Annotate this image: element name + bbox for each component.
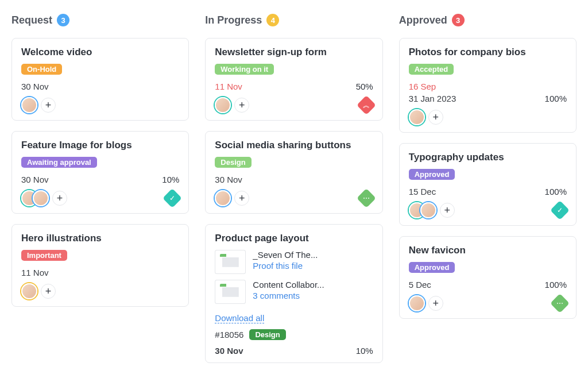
- kanban-card[interactable]: Social media sharing buttonsDesign30 Nov…: [205, 131, 382, 214]
- assignee-avatars: +: [215, 97, 249, 113]
- status-tag: Design: [249, 329, 285, 340]
- kanban-card[interactable]: Typography updatesApproved15 Dec100%+✓: [399, 143, 577, 226]
- kanban-column: Request3Welcome videoOn-Hold30 Nov+Featu…: [11, 14, 189, 373]
- card-title: Product page layout: [215, 233, 373, 244]
- assignee-avatars: +: [21, 283, 56, 299]
- card-date: 5 Dec: [409, 280, 431, 290]
- card-date: 11 Nov: [215, 82, 242, 91]
- kanban-column: Approved3Photos for company biosAccepted…: [399, 14, 577, 373]
- status-tag: Accepted: [409, 64, 454, 75]
- status-tag: Design: [215, 157, 251, 168]
- attachment-thumb[interactable]: [215, 280, 246, 304]
- card-date: 11 Nov: [21, 268, 49, 277]
- status-tag: On-Hold: [21, 64, 62, 75]
- card-date: 30 Nov: [21, 175, 49, 184]
- kanban-card[interactable]: Photos for company biosAccepted16 Sep31 …: [399, 38, 577, 133]
- add-assignee-button[interactable]: +: [234, 98, 249, 113]
- card-date: 30 Nov: [215, 346, 243, 356]
- card-date: 30 Nov: [215, 175, 242, 184]
- card-date: 15 Dec: [409, 187, 436, 196]
- kanban-card[interactable]: Product page layout_Seven Of The...Proof…: [205, 224, 382, 363]
- card-title: Newsletter sign-up form: [215, 47, 373, 58]
- column-header: In Progress4: [205, 14, 382, 26]
- kanban-column: In Progress4Newsletter sign-up formWorki…: [205, 14, 382, 373]
- priority-icon: ⋯: [550, 294, 570, 313]
- kanban-card[interactable]: Feature Image for blogsAwaiting approval…: [11, 131, 189, 214]
- card-percent: 10%: [162, 175, 179, 184]
- assignee-avatars: +: [409, 109, 443, 125]
- attachment-action-link[interactable]: 3 comments: [253, 291, 324, 300]
- status-tag: Approved: [409, 262, 455, 273]
- card-percent: 50%: [356, 82, 373, 91]
- assignee-avatars: +: [21, 190, 67, 206]
- card-title: Typography updates: [409, 152, 567, 163]
- card-title: Feature Image for blogs: [21, 140, 179, 151]
- add-assignee-button[interactable]: +: [41, 284, 56, 299]
- card-title: Hero illustrations: [21, 233, 179, 244]
- column-header: Approved3: [399, 14, 577, 26]
- avatar[interactable]: [33, 190, 49, 206]
- card-id: #18056: [215, 330, 243, 340]
- assignee-avatars: +: [409, 202, 455, 218]
- avatar[interactable]: [409, 109, 425, 125]
- status-tag: Working on it: [215, 64, 274, 75]
- avatar[interactable]: [21, 283, 37, 299]
- attachment-action-link[interactable]: Proof this file: [253, 261, 318, 271]
- column-title: Approved: [399, 14, 447, 26]
- card-title: Social media sharing buttons: [215, 140, 373, 151]
- avatar[interactable]: [409, 295, 425, 311]
- kanban-card[interactable]: New faviconApproved5 Dec100%+⋯: [399, 236, 577, 319]
- column-count-badge: 3: [57, 14, 69, 26]
- avatar[interactable]: [215, 190, 231, 206]
- card-percent: 100%: [545, 280, 567, 290]
- status-tag: Approved: [409, 169, 455, 180]
- assignee-avatars: +: [21, 97, 56, 113]
- download-all-link[interactable]: Download all: [215, 313, 264, 323]
- card-date: 30 Nov: [21, 82, 49, 91]
- card-percent: 100%: [545, 187, 567, 196]
- card-date-secondary: 31 Jan 2023: [409, 94, 457, 103]
- attachment: Content Collabor...3 comments: [215, 280, 373, 304]
- kanban-card[interactable]: Newsletter sign-up formWorking on it11 N…: [205, 38, 382, 121]
- add-assignee-button[interactable]: +: [428, 296, 443, 311]
- status-tag: Awaiting approval: [21, 157, 97, 168]
- attachment-name: Content Collabor...: [253, 280, 324, 290]
- priority-icon: ⋯: [357, 188, 376, 208]
- column-title: Request: [11, 14, 52, 26]
- avatar[interactable]: [420, 202, 436, 218]
- kanban-card[interactable]: Welcome videoOn-Hold30 Nov+: [11, 38, 189, 121]
- add-assignee-button[interactable]: +: [52, 191, 67, 206]
- status-tag: Important: [21, 250, 67, 261]
- kanban-card[interactable]: Hero illustrationsImportant11 Nov+: [11, 224, 189, 307]
- column-header: Request3: [11, 14, 189, 26]
- add-assignee-button[interactable]: +: [440, 203, 455, 218]
- add-assignee-button[interactable]: +: [428, 110, 443, 125]
- card-title: Welcome video: [21, 47, 179, 58]
- assignee-avatars: +: [215, 190, 249, 206]
- attachment-thumb[interactable]: [215, 250, 246, 274]
- card-percent: 10%: [356, 346, 373, 356]
- card-title: Photos for company bios: [409, 47, 567, 58]
- priority-icon: ✓: [550, 200, 570, 220]
- column-count-badge: 3: [452, 14, 465, 26]
- add-assignee-button[interactable]: +: [41, 98, 56, 113]
- avatar[interactable]: [21, 97, 37, 113]
- priority-icon: ︽: [357, 95, 376, 115]
- add-assignee-button[interactable]: +: [234, 191, 249, 206]
- column-count-badge: 4: [266, 14, 279, 26]
- priority-icon: ✓: [163, 188, 182, 208]
- avatar[interactable]: [215, 97, 231, 113]
- column-title: In Progress: [205, 14, 262, 26]
- card-title: New favicon: [409, 245, 567, 256]
- assignee-avatars: +: [409, 295, 443, 311]
- card-date: 16 Sep: [409, 82, 436, 91]
- card-percent: 100%: [545, 94, 567, 103]
- attachment: _Seven Of The...Proof this file: [215, 250, 373, 274]
- attachment-name: _Seven Of The...: [253, 250, 318, 260]
